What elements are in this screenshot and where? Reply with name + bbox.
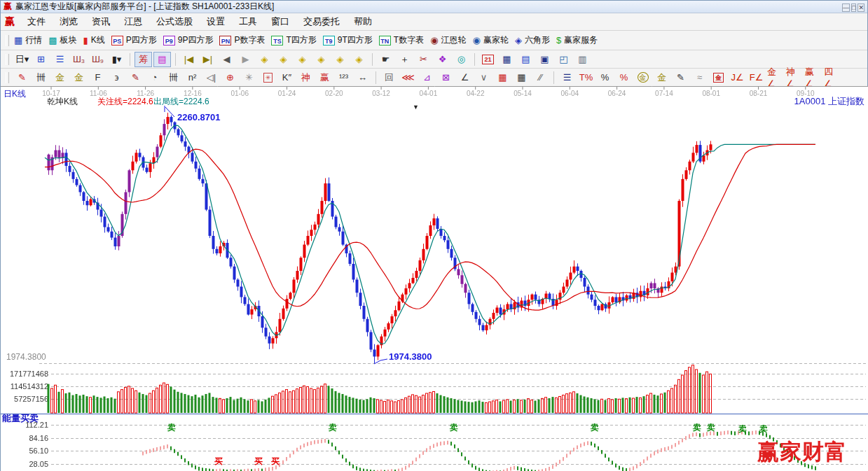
star-box-tool[interactable]: ✳ [259, 70, 277, 85]
menu-文件[interactable]: 文件 [20, 14, 53, 29]
last-bar-button[interactable]: ▶| [199, 52, 216, 67]
t-square-button[interactable]: TST四方形 [271, 34, 316, 46]
percent-top-tool[interactable]: T% [577, 70, 595, 85]
percent-tool[interactable]: % [596, 70, 614, 85]
grid-box-tool[interactable]: ▦ [513, 70, 530, 85]
fib-ruler[interactable]: F [89, 70, 106, 85]
export-chart-tool[interactable]: ◰ [555, 52, 572, 67]
cycle-ruler[interactable]: ϶ [108, 70, 125, 85]
hexagon-button[interactable]: ◈六角形 [515, 34, 550, 46]
menu-交易委托[interactable]: 交易委托 [296, 14, 347, 29]
9t-square-button[interactable]: T99T四方形 [323, 34, 373, 46]
shen-angle-tool[interactable]: 神∠ [785, 70, 803, 85]
gann-fan-tool[interactable]: ⋘ [399, 70, 417, 85]
gann-diamond-star[interactable]: ◈ [312, 52, 330, 67]
pen-tool[interactable]: ✎ [13, 70, 31, 85]
calculator-tool[interactable]: ▦ [498, 52, 516, 67]
gold-circle-tool[interactable]: 金 [634, 70, 652, 85]
angle-tool[interactable]: ∠ [456, 70, 474, 85]
kline-button[interactable]: ▮K线 [83, 34, 105, 46]
quotes-button[interactable]: ▦行情 [14, 34, 42, 46]
menu-江恩[interactable]: 江恩 [117, 14, 149, 29]
kline-period-dropdown[interactable]: 日▾ [13, 52, 31, 67]
prev-bar-button[interactable]: ◀ [218, 52, 235, 67]
box-select-tool[interactable]: 回 [380, 70, 398, 85]
menu-窗口[interactable]: 窗口 [264, 14, 296, 29]
pen-ruler[interactable]: ✎ [127, 70, 144, 85]
gann-wheel-button[interactable]: ◉江恩轮 [430, 34, 466, 46]
notes-tool[interactable]: ▤ [517, 52, 535, 67]
winner-wheel-button[interactable]: ◉赢家轮 [473, 34, 509, 46]
gold-level-tool[interactable]: 金 [653, 70, 670, 85]
measure-tool[interactable]: ✂ [415, 52, 432, 67]
close-button[interactable]: ✕ [857, 3, 864, 12]
title-bar[interactable]: 赢 赢家江恩专业版[赢家内部服务平台] - [上证指数 SH1A0001-233… [1, 1, 867, 13]
j-angle-tool[interactable]: J∠ [729, 70, 746, 85]
gann-diamond-right[interactable]: ◈ [275, 52, 292, 67]
v-wave-tool[interactable]: ∨ [475, 70, 492, 85]
save-tool[interactable]: ▣ [536, 52, 553, 67]
profile-chart-tool[interactable]: ▤ [153, 52, 171, 67]
menu-浏览[interactable]: 浏览 [53, 14, 85, 29]
minimize-button[interactable]: — [842, 3, 850, 12]
level-list-tool[interactable]: ☰ [558, 70, 576, 85]
count-ruler[interactable]: ¹²³ [335, 70, 352, 85]
first-bar-button[interactable]: |◀ [180, 52, 198, 67]
shen-ruler[interactable]: 神 [297, 70, 315, 85]
wave-overlay-tool[interactable]: ≈ [691, 70, 708, 85]
pen-angle-tool[interactable]: ✎ [672, 70, 689, 85]
percent-line-tool[interactable]: % [615, 70, 633, 85]
info-panel[interactable]: ☰ [51, 52, 69, 67]
menu-公式选股[interactable]: 公式选股 [149, 14, 200, 29]
fenxing-tool[interactable]: ◎ [453, 52, 470, 67]
calendar-tool[interactable]: 21 [479, 52, 497, 67]
p-number-button[interactable]: PNP数字表 [219, 34, 265, 46]
hand-tool[interactable]: ☛ [377, 52, 394, 67]
print-tool[interactable]: ▥ [574, 52, 591, 67]
chip-distribution-tool[interactable]: 筹 [135, 52, 152, 67]
gold-angle-tool[interactable]: 金∠ [766, 70, 784, 85]
tick-ruler-tool[interactable]: 卌 [32, 70, 50, 85]
menu-工具[interactable]: 工具 [232, 14, 264, 29]
grid-tool[interactable]: ▦ [494, 70, 511, 85]
mirror-tool[interactable]: ◁| [202, 70, 220, 85]
crosshair-tool[interactable]: ＋ [396, 52, 413, 67]
k-mark-tool[interactable]: Κ″ [278, 70, 296, 85]
next-bar-button[interactable]: ▶ [237, 52, 254, 67]
menu-帮助[interactable]: 帮助 [347, 14, 379, 29]
9p-square-button[interactable]: P99P四方形 [163, 34, 214, 46]
candle-style-dropdown[interactable]: ▮▾ [108, 52, 125, 67]
width-tool[interactable]: ↔ [354, 70, 371, 85]
kline-canvas[interactable] [1, 86, 868, 471]
gann-diamond-compress[interactable]: ◈ [350, 52, 368, 67]
maximize-button[interactable]: □ [851, 3, 856, 12]
star-grid-tool[interactable]: ✳ [240, 70, 258, 85]
sectors-button[interactable]: ▩板块 [48, 34, 76, 46]
gold-box-tool[interactable]: 金 [710, 70, 727, 85]
menu-资讯[interactable]: 资讯 [85, 14, 117, 29]
winner-service-button[interactable]: $赢家服务 [556, 34, 598, 46]
gann-fan-box-tool[interactable]: ⊿ [418, 70, 436, 85]
n2-ruler[interactable]: n² [184, 70, 201, 85]
circle-cycle-tool[interactable]: ◔ [146, 70, 163, 85]
parallel-lines-tool[interactable]: ⁄⁄ [532, 70, 549, 85]
ying-angle-tool[interactable]: 赢∠ [804, 70, 822, 85]
gann-ghost-tool[interactable]: ❖ [434, 52, 451, 67]
gold-price-ruler[interactable]: 金 [70, 70, 88, 85]
time-ruler[interactable]: 卌 [165, 70, 182, 85]
four-angle-tool[interactable]: 四∠ [823, 70, 841, 85]
gann-grid-fan-tool[interactable]: ⊠ [437, 70, 455, 85]
menu-设置[interactable]: 设置 [200, 14, 232, 29]
gann-diamond-expand[interactable]: ◈ [331, 52, 349, 67]
f-angle-tool[interactable]: F∠ [748, 70, 765, 85]
wave-3-tool[interactable]: Ш₃ [70, 52, 88, 67]
gann-diamond-left[interactable]: ◈ [256, 52, 273, 67]
gann-compass[interactable]: ⊕ [221, 70, 239, 85]
gold-ratio-ruler[interactable]: 金 [51, 70, 69, 85]
wave-9-tool[interactable]: Ш₉ [89, 52, 106, 67]
main-chart-view[interactable]: ⊞ [32, 52, 50, 67]
t-number-button[interactable]: TNT数字表 [379, 34, 424, 46]
gann-diamond-h[interactable]: ◈ [294, 52, 311, 67]
ying-ruler[interactable]: 赢 [316, 70, 333, 85]
p-square-button[interactable]: PSP四方形 [111, 34, 157, 46]
